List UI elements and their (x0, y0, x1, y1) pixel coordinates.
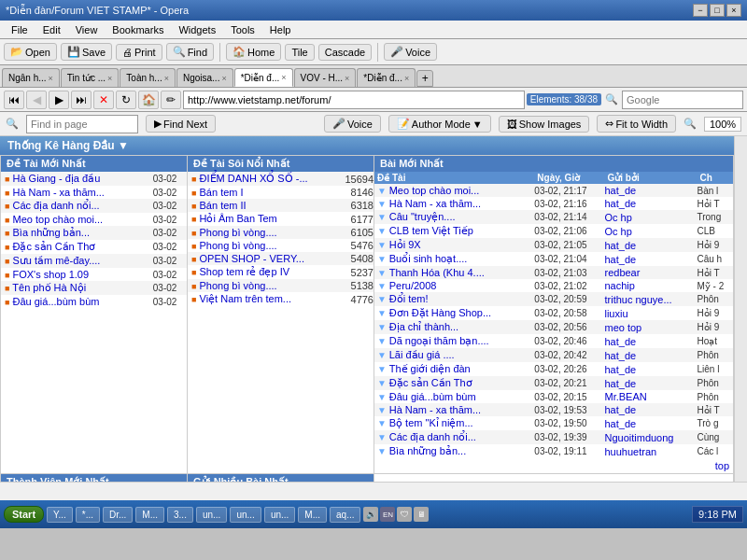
taskbar-item-3[interactable]: 3... (167, 507, 193, 523)
fit-to-width-button[interactable]: ⇔ Fit to Width (597, 115, 676, 133)
hot-topic-link[interactable]: OPEN SHOP - VERY... (200, 253, 305, 264)
tab-4[interactable]: *Diễn đ... × (234, 68, 293, 87)
author-link[interactable]: hat_de (604, 254, 636, 265)
post-topic-link[interactable]: Meo top chào moi... (389, 185, 480, 196)
minimize-button[interactable]: − (693, 4, 708, 17)
search-input[interactable] (622, 91, 743, 109)
author-link[interactable]: liuxiu (604, 308, 627, 319)
author-link[interactable]: hat_de (604, 336, 636, 347)
tab-0[interactable]: Ngân h... × (2, 68, 60, 87)
post-topic-link[interactable]: CLB tem Việt Tiếp (389, 225, 473, 236)
start-button[interactable]: Start (4, 506, 44, 523)
back-button[interactable]: ◀ (26, 91, 47, 109)
post-topic-link[interactable]: Dã ngoại thăm bạn.... (389, 335, 489, 346)
stop-button[interactable]: ✕ (93, 91, 114, 109)
back-back-button[interactable]: ⏮ (4, 91, 24, 109)
new-tab-button[interactable]: + (416, 70, 433, 87)
taskbar-item-un3[interactable]: un... (264, 507, 295, 523)
author-link[interactable]: hat_de (604, 198, 636, 209)
taskbar-item-un2[interactable]: un... (230, 507, 261, 523)
author-mode-button[interactable]: 📝 Author Mode ▼ (388, 115, 491, 133)
tab-1[interactable]: Tin tức ... × (61, 68, 119, 87)
hot-topic-link[interactable]: Bán tem I (200, 187, 244, 198)
hot-topic-link[interactable]: Phong bì vòng.... (200, 280, 277, 291)
taskbar-item-m2[interactable]: M... (298, 507, 327, 523)
voice-button[interactable]: 🎤 Voice (384, 43, 437, 61)
author-link[interactable]: hat_de (604, 418, 636, 429)
tab-6[interactable]: *Diễn đ... × (357, 68, 416, 87)
post-topic-link[interactable]: Bộ tem "Kỉ niệm... (389, 417, 473, 428)
author-link[interactable]: hat_de (604, 378, 636, 389)
hot-topic-link[interactable]: Việt Nam trên tem... (200, 293, 292, 304)
author-link[interactable]: trithuc nguye... (604, 294, 671, 305)
topic-link[interactable]: Hà Giang - địa đầu (13, 173, 101, 184)
tab-close-3[interactable]: × (221, 74, 226, 83)
tab-close-6[interactable]: × (404, 74, 409, 83)
tab-close-2[interactable]: × (164, 74, 169, 83)
taskbar-item-y[interactable]: Y... (47, 507, 73, 523)
post-topic-link[interactable]: Câu "truyện.... (389, 211, 456, 222)
hot-topic-link[interactable]: Hỏi Âm Ban Tem (200, 213, 277, 224)
author-link[interactable]: hat_de (604, 350, 636, 361)
open-button[interactable]: 📂 Open (4, 43, 57, 61)
tab-2[interactable]: Toàn h... × (120, 68, 176, 87)
topic-link[interactable]: FOX's shop 1.09 (13, 269, 90, 280)
menu-bookmarks[interactable]: Bookmarks (105, 22, 171, 37)
author-link[interactable]: hat_de (604, 185, 636, 196)
post-topic-link[interactable]: Hà Nam - xa thăm... (389, 404, 481, 415)
home-button[interactable]: 🏠 Home (226, 43, 281, 61)
post-topic-link[interactable]: Hà Nam - xa thăm... (389, 198, 481, 209)
post-topic-link[interactable]: Lãi đầu giá .... (389, 349, 455, 360)
hot-topic-link[interactable]: Phong bì vòng.... (200, 240, 277, 251)
author-link[interactable]: Mr.BEAN (604, 391, 646, 402)
post-topic-link[interactable]: Thế giới diện đàn (389, 363, 471, 374)
reload-button[interactable]: ↻ (116, 91, 136, 109)
author-link[interactable]: hat_de (604, 404, 636, 415)
forward-button[interactable]: ▶ (49, 91, 69, 109)
cascade-button[interactable]: Cascade (318, 44, 372, 61)
tab-close-4[interactable]: × (281, 73, 286, 82)
menu-file[interactable]: File (4, 22, 35, 37)
topic-link[interactable]: Tên phố Hà Nội (12, 282, 86, 293)
author-link[interactable]: hat_de (604, 364, 636, 375)
taskbar-item-m[interactable]: M... (135, 507, 164, 523)
menu-help[interactable]: Help (262, 22, 299, 37)
tab-close-1[interactable]: × (107, 74, 112, 83)
topic-link[interactable]: Hà Nam - xa thăm... (13, 187, 105, 198)
hot-topic-link[interactable]: Shop tem rẻ đẹp IV (200, 266, 290, 277)
vertical-scrollbar[interactable] (734, 136, 747, 482)
menu-edit[interactable]: Edit (35, 22, 68, 37)
tile-button[interactable]: Tile (285, 44, 314, 61)
url-input[interactable] (183, 91, 525, 109)
post-topic-link[interactable]: Peru/2008 (389, 280, 437, 291)
topic-link[interactable]: Đâu giá...bùm bùm (13, 296, 100, 307)
tab-5[interactable]: VOV - H... × (294, 68, 357, 87)
topic-link[interactable]: Meo top chào moi... (13, 214, 104, 225)
post-topic-link[interactable]: Buổi sinh hoạt.... (389, 253, 468, 264)
zoom-input[interactable] (704, 117, 741, 132)
right-top-link[interactable]: top (715, 460, 729, 471)
post-topic-link[interactable]: Bìa những bản... (389, 445, 467, 456)
topic-link[interactable]: Các địa danh nổi... (13, 200, 100, 211)
author-link[interactable]: huuhuetran (604, 446, 656, 457)
find-input[interactable] (26, 115, 138, 133)
tab-3[interactable]: Ngoisa... × (176, 68, 233, 87)
post-topic-link[interactable]: Đâu giá...bùm bùm (389, 391, 476, 402)
author-link[interactable]: Oc hp (604, 212, 631, 223)
author-link[interactable]: hat_de (604, 240, 636, 251)
taskbar-item-un1[interactable]: un... (196, 507, 227, 523)
hot-topic-link[interactable]: ĐIỂM DANH XỔ SỐ -... (200, 173, 308, 184)
home-nav-button[interactable]: 🏠 (138, 91, 159, 109)
post-topic-link[interactable]: Các địa danh nổi... (389, 431, 476, 442)
fast-forward-button[interactable]: ⏭ (71, 91, 92, 109)
maximize-button[interactable]: □ (710, 4, 725, 17)
voice-find-button[interactable]: 🎤 Voice (324, 115, 381, 133)
taskbar-item-aq[interactable]: aq... (330, 507, 360, 523)
tab-close-5[interactable]: × (345, 74, 349, 83)
menu-view[interactable]: View (68, 22, 106, 37)
topic-link[interactable]: Bìa những bản... (13, 227, 91, 238)
find-button[interactable]: 🔍 Find (166, 43, 214, 61)
menu-widgets[interactable]: Widgets (171, 22, 223, 37)
taskbar-item-star[interactable]: *... (76, 507, 100, 523)
content-scroll[interactable]: Thống Kê Hàng Đầu ▼ Đề Tài Mới Nhất ■ Hà… (0, 136, 734, 482)
